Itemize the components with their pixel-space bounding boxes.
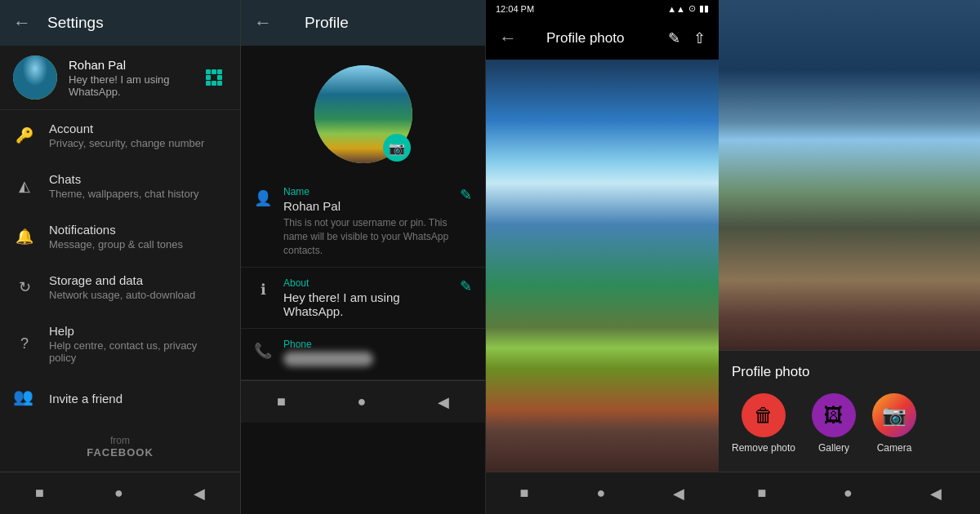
notifications-sub: Message, group & call tones bbox=[49, 238, 183, 250]
qr-icon[interactable] bbox=[201, 64, 227, 91]
chats-sub: Theme, wallpapers, chat history bbox=[49, 188, 199, 200]
profile-phone-field: 📞 Phone bbox=[241, 329, 485, 380]
photo-options-image bbox=[719, 0, 980, 350]
options-bottom-nav: ■ ● ◀ bbox=[719, 472, 980, 514]
photo-full-view bbox=[486, 60, 719, 472]
account-icon: 🔑 bbox=[13, 124, 36, 147]
name-label: Name bbox=[283, 186, 453, 197]
back-icon[interactable]: ← bbox=[13, 12, 31, 33]
photo-viewer-panel: 12:04 PM ▲▲ ⊙ ▮▮ ← Profile photo ✎ ⇧ ■ ●… bbox=[486, 0, 719, 514]
viewer-bottom-nav: ■ ● ◀ bbox=[486, 472, 719, 514]
notifications-label: Notifications bbox=[49, 223, 183, 237]
remove-photo-label: Remove photo bbox=[732, 442, 795, 455]
footer-brand: FACEBOOK bbox=[13, 446, 227, 459]
settings-item-storage[interactable]: ↻ Storage and data Network usage, auto-d… bbox=[0, 262, 240, 312]
photo-options-title: Profile photo bbox=[732, 364, 967, 380]
battery-icon: ▮▮ bbox=[699, 3, 709, 14]
help-text: Help Help centre, contact us, privacy po… bbox=[49, 324, 227, 364]
name-edit-icon[interactable]: ✎ bbox=[460, 186, 472, 204]
name-value: Rohan Pal bbox=[283, 199, 453, 213]
settings-list: 🔑 Account Privacy, security, change numb… bbox=[0, 110, 240, 422]
phone-field-content: Phone bbox=[283, 339, 472, 370]
nav-triangle[interactable]: ◀ bbox=[194, 485, 205, 503]
profile-nav-square[interactable]: ■ bbox=[277, 393, 286, 410]
phone-value-blurred bbox=[283, 352, 373, 366]
settings-item-chats[interactable]: ◭ Chats Theme, wallpapers, chat history bbox=[0, 161, 240, 211]
photo-options-bottom: Profile photo 🗑 Remove photo 🖼 Gallery 📷… bbox=[719, 350, 980, 472]
profile-name-field: 👤 Name Rohan Pal This is not your userna… bbox=[241, 176, 485, 268]
user-info: Rohan Pal Hey there! I am using WhatsApp… bbox=[69, 58, 201, 98]
invite-label: Invite a friend bbox=[49, 392, 122, 405]
wifi-icon: ⊙ bbox=[688, 3, 696, 14]
help-sub: Help centre, contact us, privacy policy bbox=[49, 339, 227, 364]
options-nav-circle[interactable]: ● bbox=[844, 485, 853, 502]
settings-title: Settings bbox=[47, 14, 104, 32]
profile-avatar[interactable]: 📷 bbox=[314, 65, 412, 163]
notifications-text: Notifications Message, group & call tone… bbox=[49, 223, 183, 250]
nav-circle[interactable]: ● bbox=[114, 485, 123, 502]
profile-nav-circle[interactable]: ● bbox=[358, 393, 367, 410]
settings-panel: ← Settings Rohan Pal Hey there! I am usi… bbox=[0, 0, 241, 514]
remove-photo-option[interactable]: 🗑 Remove photo bbox=[732, 393, 795, 455]
settings-item-account[interactable]: 🔑 Account Privacy, security, change numb… bbox=[0, 110, 240, 161]
gallery-option[interactable]: 🖼 Gallery bbox=[812, 393, 856, 455]
settings-item-help[interactable]: ? Help Help centre, contact us, privacy … bbox=[0, 312, 240, 375]
photo-viewer-back-icon[interactable]: ← bbox=[499, 28, 517, 49]
chats-icon: ◭ bbox=[13, 175, 36, 197]
camera-label: Camera bbox=[877, 442, 912, 455]
account-label: Account bbox=[49, 122, 204, 135]
nav-square[interactable]: ■ bbox=[35, 485, 44, 502]
storage-sub: Network usage, auto-download bbox=[49, 289, 195, 301]
profile-panel: ← Profile 📷 👤 Name Rohan Pal This is not… bbox=[241, 0, 486, 514]
about-label: About bbox=[283, 277, 453, 289]
options-nav-triangle[interactable]: ◀ bbox=[930, 485, 942, 503]
info-icon: ℹ bbox=[254, 281, 272, 299]
camera-badge-icon[interactable]: 📷 bbox=[383, 134, 411, 162]
user-profile-row[interactable]: Rohan Pal Hey there! I am using WhatsApp… bbox=[0, 46, 240, 110]
person-icon: 👤 bbox=[254, 189, 272, 207]
profile-title: Profile bbox=[305, 14, 349, 32]
avatar bbox=[13, 55, 57, 100]
viewer-nav-triangle[interactable]: ◀ bbox=[673, 485, 684, 503]
status-bar: 12:04 PM ▲▲ ⊙ ▮▮ bbox=[486, 0, 719, 17]
about-field-content: About Hey there! I am using WhatsApp. bbox=[283, 277, 453, 318]
options-nav-square[interactable]: ■ bbox=[757, 485, 766, 502]
account-sub: Privacy, security, change number bbox=[49, 137, 204, 149]
facebook-footer: from FACEBOOK bbox=[0, 422, 240, 472]
chats-text: Chats Theme, wallpapers, chat history bbox=[49, 172, 199, 200]
viewer-nav-circle[interactable]: ● bbox=[596, 485, 605, 502]
profile-header: ← Profile bbox=[241, 0, 485, 46]
settings-header: ← Settings bbox=[0, 0, 240, 46]
settings-item-notifications[interactable]: 🔔 Notifications Message, group & call to… bbox=[0, 211, 240, 262]
phone-icon: 📞 bbox=[254, 342, 272, 360]
camera-option[interactable]: 📷 Camera bbox=[872, 393, 916, 455]
profile-photo-container: 📷 bbox=[241, 46, 485, 176]
profile-nav-triangle[interactable]: ◀ bbox=[438, 393, 449, 411]
about-value: Hey there! I am using WhatsApp. bbox=[283, 290, 453, 318]
remove-icon-circle: 🗑 bbox=[742, 393, 786, 437]
help-label: Help bbox=[49, 324, 227, 338]
photo-full-image bbox=[486, 60, 719, 472]
user-name: Rohan Pal bbox=[69, 58, 201, 72]
invite-icon: 👥 bbox=[13, 387, 36, 410]
photo-edit-icon[interactable]: ✎ bbox=[668, 29, 680, 47]
gallery-label: Gallery bbox=[818, 442, 849, 455]
account-text: Account Privacy, security, change number bbox=[49, 122, 204, 149]
profile-back-icon[interactable]: ← bbox=[254, 12, 272, 33]
storage-text: Storage and data Network usage, auto-dow… bbox=[49, 273, 195, 301]
photo-options-preview bbox=[719, 0, 980, 350]
camera-icon-circle: 📷 bbox=[872, 393, 916, 437]
viewer-nav-square[interactable]: ■ bbox=[520, 485, 529, 502]
photo-options-panel: Profile photo 🗑 Remove photo 🖼 Gallery 📷… bbox=[719, 0, 980, 514]
signal-icon: ▲▲ bbox=[667, 4, 685, 14]
profile-about-field: ℹ About Hey there! I am using WhatsApp. … bbox=[241, 268, 485, 329]
invite-item[interactable]: 👥 Invite a friend bbox=[0, 375, 240, 421]
notifications-icon: 🔔 bbox=[13, 225, 36, 248]
footer-from: from bbox=[13, 435, 227, 446]
status-time: 12:04 PM bbox=[496, 4, 534, 14]
photo-share-icon[interactable]: ⇧ bbox=[693, 29, 706, 47]
about-edit-icon[interactable]: ✎ bbox=[460, 277, 472, 295]
storage-label: Storage and data bbox=[49, 273, 195, 287]
name-note: This is not your username or pin. This n… bbox=[283, 216, 453, 257]
status-icons: ▲▲ ⊙ ▮▮ bbox=[667, 3, 709, 14]
